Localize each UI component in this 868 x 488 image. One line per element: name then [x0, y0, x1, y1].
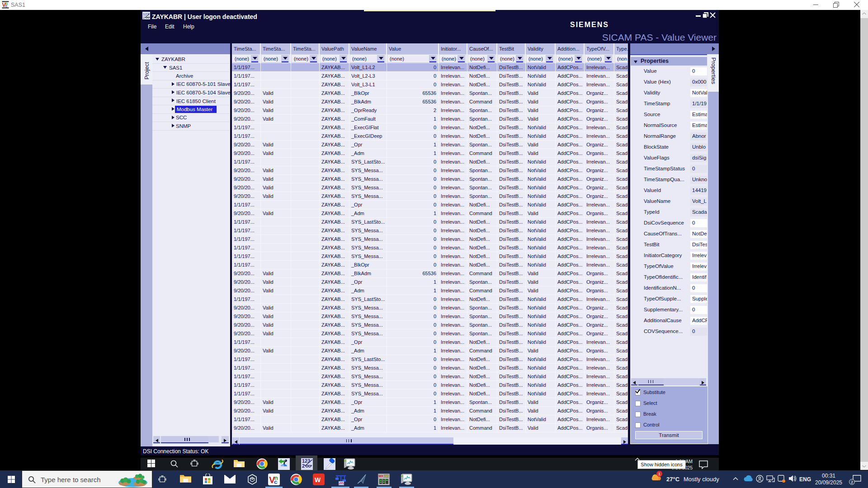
svg-text:MX: MX	[379, 474, 384, 478]
svg-text:c: c	[274, 479, 278, 485]
svg-text:c: c	[5, 4, 8, 8]
svg-text:2: 2	[302, 463, 305, 469]
svg-text:2: 2	[143, 16, 145, 19]
svg-text:OPC: OPC	[384, 475, 390, 478]
svg-text:W: W	[315, 476, 321, 483]
